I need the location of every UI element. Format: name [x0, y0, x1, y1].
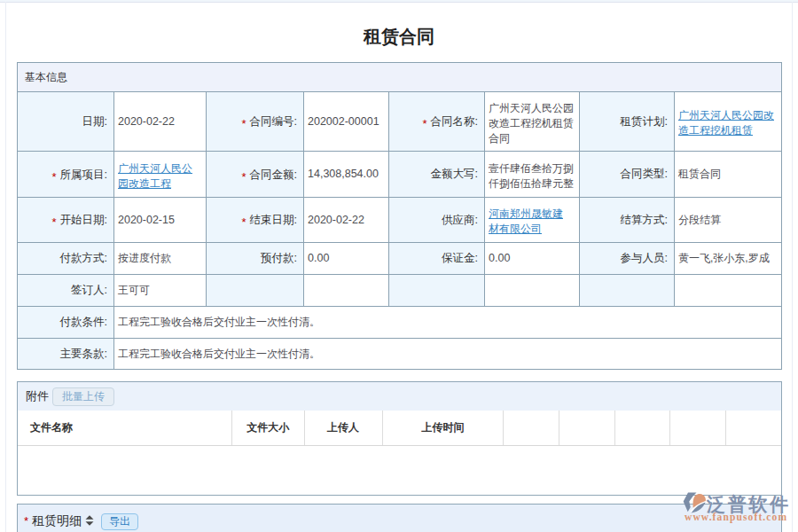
svg-text:www.fanpusoft.com: www.fanpusoft.com [685, 512, 786, 523]
